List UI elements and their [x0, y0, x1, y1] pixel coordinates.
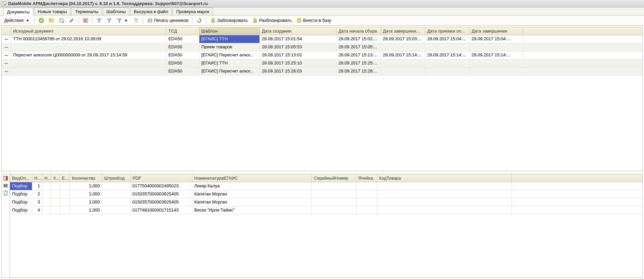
cell[interactable]: 1,000 — [70, 198, 102, 206]
cell[interactable]: EDA50 — [166, 35, 199, 43]
table-row[interactable]: ТТН 0000123456789 от 29.02.2016 10:39:09… — [2, 35, 642, 43]
col-header[interactable]: ВидОп... — [10, 174, 32, 182]
table-row[interactable]: Подбор41,0000177481000001715143Виски "Ир… — [10, 206, 642, 215]
cell[interactable] — [51, 190, 60, 198]
table-row[interactable]: Подбор21,0000150357000003625405Капитан М… — [10, 190, 642, 198]
book-icon[interactable] — [3, 176, 8, 181]
col-header[interactable]: Н.. — [42, 174, 51, 182]
cell[interactable]: 28.09.2017 15:13:... — [336, 51, 381, 59]
col-header[interactable]: Дата приемки оп... — [425, 27, 470, 35]
cell[interactable] — [42, 206, 51, 214]
cell[interactable]: Подбор — [10, 206, 32, 214]
collapse-icon[interactable] — [5, 71, 8, 72]
cell[interactable] — [2, 35, 11, 43]
cell[interactable] — [470, 59, 523, 67]
table-row[interactable]: Пересчет алкоголя Ц0000000009 от 28.09.2… — [2, 51, 642, 59]
cell[interactable]: 28.09.2017 15:02:... — [336, 35, 381, 43]
cell[interactable] — [60, 190, 70, 198]
filter2-button[interactable] — [105, 17, 114, 24]
col-header[interactable]: Исходный документ — [11, 27, 166, 35]
cell[interactable] — [377, 190, 512, 198]
table-row[interactable]: EDA50[ЕГАИС] ТТН28.09.2017 15:25:1028.09… — [2, 59, 642, 67]
cell[interactable] — [381, 43, 425, 51]
collapse-icon[interactable] — [5, 47, 8, 48]
cell[interactable] — [425, 67, 470, 75]
cell[interactable] — [377, 182, 512, 190]
cell[interactable]: Подбор — [10, 198, 32, 206]
cell[interactable]: 28.09.2017 15:03:... — [381, 35, 425, 43]
add-button[interactable] — [37, 17, 46, 24]
cell[interactable] — [51, 182, 60, 190]
cell[interactable] — [381, 59, 425, 67]
cell[interactable] — [312, 198, 356, 206]
cell[interactable] — [11, 59, 166, 67]
cell[interactable]: Подбор — [10, 182, 32, 190]
sync-icon[interactable] — [3, 190, 8, 196]
col-header[interactable]: Е... — [60, 174, 70, 182]
cell[interactable]: [ЕГАИС] Пересчет алког... — [199, 67, 260, 75]
filter1-button[interactable] — [95, 17, 104, 24]
cell[interactable]: EDA50 — [166, 59, 199, 67]
col-header[interactable]: Дата создания — [260, 27, 336, 35]
cell[interactable]: 1,000 — [70, 190, 102, 198]
cell[interactable] — [2, 67, 11, 75]
col-header[interactable]: КодТовара — [377, 174, 512, 182]
cell[interactable] — [60, 182, 70, 190]
cell[interactable] — [42, 190, 51, 198]
table-row[interactable]: EDA50[ЕГАИС] Пересчет алког...28.09.2017… — [2, 67, 642, 76]
cell[interactable]: 3 — [32, 198, 42, 206]
cell[interactable]: 4 — [32, 206, 42, 214]
table-row[interactable]: Подбор31,0000150357000003625405Капитан М… — [10, 198, 642, 206]
print-button[interactable]: Печать ценников — [146, 17, 190, 24]
cell[interactable]: [ЕГАИС] ТТН — [199, 59, 260, 67]
cell[interactable] — [425, 59, 470, 67]
edit-button[interactable] — [67, 17, 76, 24]
barcode-icon[interactable] — [3, 183, 8, 188]
tab-Шаблоны[interactable]: Шаблоны — [103, 7, 130, 15]
cell[interactable] — [312, 190, 356, 198]
cell[interactable]: EDA50 — [166, 51, 199, 59]
cell[interactable]: 28.09.2017 15:14:... — [470, 51, 523, 59]
cell[interactable] — [102, 182, 130, 190]
cell[interactable] — [51, 198, 60, 206]
cell[interactable]: ТТН 0000123456789 от 29.02.2016 10:39:09 — [11, 35, 166, 43]
col-header[interactable]: Ячейка — [356, 174, 377, 182]
cell[interactable]: 1 — [32, 182, 42, 190]
cell[interactable]: 28.09.2017 15:26:03 — [260, 67, 336, 75]
tobase-button[interactable]: Внести в базу — [295, 17, 333, 24]
cell[interactable] — [312, 206, 356, 214]
cell[interactable] — [356, 190, 377, 198]
cell[interactable]: 0177504000002495023 — [130, 182, 192, 190]
folder-add-button[interactable] — [47, 17, 56, 24]
cell[interactable] — [425, 43, 470, 51]
cell[interactable] — [42, 182, 51, 190]
filter-clear-button[interactable] — [132, 17, 140, 24]
col-header[interactable]: Шаблон — [199, 27, 260, 35]
table-row[interactable]: EDA50Прием товаров28.09.2017 15:05:5328.… — [2, 43, 642, 51]
cell[interactable]: Прием товаров — [199, 43, 260, 51]
documents-grid-body[interactable]: ТТН 0000123456789 от 29.02.2016 10:39:09… — [2, 35, 642, 171]
cell[interactable]: 0177481000001715143 — [130, 206, 192, 214]
tab-Терминалы[interactable]: Терминалы — [71, 7, 102, 15]
cell[interactable] — [102, 190, 130, 198]
copy-button[interactable] — [57, 17, 66, 24]
col-header[interactable]: НоменклатураЕГАИС — [192, 174, 312, 182]
tab-Проверка марок[interactable]: Проверка марок — [172, 7, 213, 15]
cell[interactable]: [ЕГАИС] ТТН — [199, 35, 260, 43]
cell[interactable]: 28.09.2017 15:13:02 — [260, 51, 336, 59]
cell[interactable]: 28.09.2017 15:14:... — [425, 51, 470, 59]
cell[interactable] — [356, 206, 377, 214]
cell[interactable] — [356, 198, 377, 206]
collapse-icon[interactable] — [5, 63, 8, 64]
col-header[interactable]: Количество — [70, 174, 102, 182]
col-header[interactable]: Дата завершени... — [381, 27, 425, 35]
cell[interactable] — [102, 198, 130, 206]
refresh-button[interactable] — [195, 17, 204, 24]
cell[interactable] — [2, 59, 11, 67]
cell[interactable] — [2, 43, 11, 51]
cell[interactable] — [60, 198, 70, 206]
col-header[interactable]: Дата начала сбора — [336, 27, 381, 35]
block-button[interactable]: Заблокировать — [209, 17, 249, 24]
cell[interactable] — [102, 206, 130, 214]
cell[interactable]: 28.09.2017 15:25:10 — [260, 59, 336, 67]
